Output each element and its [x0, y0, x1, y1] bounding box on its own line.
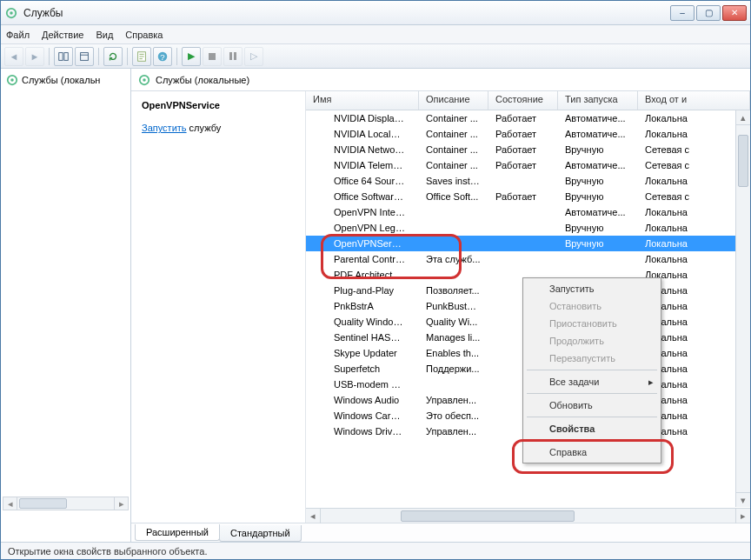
gear-icon: [6, 74, 18, 86]
table-row[interactable]: NVIDIA Display Co...Container ...Работае…: [306, 110, 750, 126]
tab-extended[interactable]: Расширенный: [135, 524, 220, 541]
cell-startup: Автоматиче...: [558, 129, 638, 139]
col-startup[interactable]: Тип запуска: [558, 91, 638, 110]
cell-desc: Manages li...: [419, 332, 488, 343]
ctx-alltasks[interactable]: Все задачи: [525, 373, 659, 390]
menubar: Файл Действие Вид Справка: [1, 25, 750, 44]
help-button[interactable]: ?: [153, 47, 172, 66]
table-row[interactable]: Parental ControlsЭта служб...Локальна: [306, 251, 750, 267]
context-menu: Запустить Остановить Приостановить Продо…: [522, 277, 661, 463]
scroll-left-icon[interactable]: ◂: [3, 497, 17, 510]
detail-pane: OpenVPNService Запустить службу: [131, 91, 305, 523]
cell-name: NVIDIA Telemetry ...: [327, 160, 412, 170]
vscrollbar[interactable]: ▴ ▾: [735, 110, 750, 507]
properties-button[interactable]: [132, 47, 151, 66]
table-row[interactable]: OpenVPN Legacy ...ВручнуюЛокальна: [306, 220, 750, 236]
table-row[interactable]: Office Software Pr...Office Soft...Работ…: [306, 189, 750, 204]
pane-title: Службы (локальные): [156, 75, 249, 85]
ctx-help[interactable]: Справка: [525, 443, 659, 461]
scroll-thumb[interactable]: [19, 498, 67, 509]
column-headers: Имя Описание Состояние Тип запуска Вход …: [306, 91, 750, 110]
ctx-properties[interactable]: Свойства: [525, 420, 659, 437]
statusbar: Открытие окна свойств выбранного объекта…: [1, 542, 750, 559]
start-service-text: Запустить службу: [142, 123, 295, 133]
back-button[interactable]: ◄: [4, 47, 23, 66]
col-desc[interactable]: Описание: [419, 91, 488, 110]
refresh-button[interactable]: [103, 47, 123, 66]
cell-desc: Позволяет...: [419, 285, 488, 296]
left-hscroll[interactable]: ◂ ▸: [3, 497, 129, 510]
hscrollbar[interactable]: ◂ ▸: [306, 508, 750, 523]
cell-name: Windows CardSpa...: [327, 410, 412, 421]
gear-icon: [309, 284, 323, 297]
pane-header: Службы (локальные): [131, 69, 750, 91]
cell-logon: Локальна: [638, 129, 750, 139]
minimize-button[interactable]: –: [670, 5, 695, 21]
table-row[interactable]: Office 64 Source E...Saves insta...Вручн…: [306, 173, 750, 189]
cell-name: Skype Updater: [327, 348, 404, 358]
tree-root[interactable]: Службы (локальн: [3, 72, 129, 88]
ctx-start[interactable]: Запустить: [525, 280, 659, 297]
svg-rect-2: [59, 52, 63, 60]
gear-icon: [309, 175, 323, 187]
gear-icon: [309, 112, 323, 124]
scroll-right-icon[interactable]: ▸: [114, 497, 128, 510]
forward-button[interactable]: ►: [25, 47, 44, 66]
scroll-up-icon[interactable]: ▴: [736, 110, 750, 125]
table-row[interactable]: OpenVPNServiceВручнуюЛокальна: [306, 236, 750, 251]
table-row[interactable]: OpenVPN Interact...Автоматиче...Локальна: [306, 204, 750, 220]
stop-service-button[interactable]: [203, 47, 222, 66]
cell-name: Office Software Pr...: [327, 191, 412, 202]
cell-desc: Container ...: [419, 113, 488, 123]
toolbar: ◄ ► ? ▶ ▷: [1, 44, 750, 69]
vscroll-thumb[interactable]: [738, 135, 748, 187]
cell-desc: PunkBuster...: [419, 301, 488, 311]
status-text: Открытие окна свойств выбранного объекта…: [8, 546, 207, 557]
col-state[interactable]: Состояние: [488, 91, 558, 110]
col-name[interactable]: Имя: [306, 91, 419, 110]
separator: [127, 48, 128, 65]
window-title: Службы: [23, 7, 670, 19]
export-button[interactable]: [75, 47, 94, 66]
ctx-refresh[interactable]: Обновить: [525, 397, 659, 414]
gear-icon: [309, 410, 323, 422]
pause-service-button[interactable]: [223, 47, 243, 66]
menu-help[interactable]: Справка: [125, 30, 163, 40]
svg-text:?: ?: [160, 51, 164, 61]
cell-logon: Сетевая с: [638, 191, 750, 202]
cell-name: Sentinel HASP Lic...: [327, 332, 412, 343]
restart-service-button[interactable]: ▷: [244, 47, 263, 66]
start-link[interactable]: Запустить: [142, 123, 187, 133]
cell-desc: Quality Wi...: [419, 317, 488, 327]
titlebar[interactable]: Службы – ▢ ✕: [1, 1, 750, 25]
cell-startup: Автоматиче...: [558, 160, 638, 170]
maximize-button[interactable]: ▢: [696, 5, 721, 21]
gear-icon: [309, 300, 323, 312]
scroll-left-icon[interactable]: ◂: [306, 509, 321, 523]
show-hide-button[interactable]: [54, 47, 73, 66]
table-row[interactable]: NVIDIA NetworkS...Container ...РаботаетВ…: [306, 142, 750, 157]
menu-file[interactable]: Файл: [6, 30, 30, 40]
gear-icon: [309, 206, 323, 218]
scroll-down-icon[interactable]: ▾: [736, 492, 750, 507]
menu-view[interactable]: Вид: [96, 30, 113, 40]
table-row[interactable]: NVIDIA LocalSyste...Container ...Работае…: [306, 126, 750, 142]
col-logon[interactable]: Вход от и: [638, 91, 750, 110]
scroll-right-icon[interactable]: ▸: [735, 509, 750, 523]
cell-desc: Это обесп...: [419, 410, 488, 421]
cell-desc: Container ...: [419, 160, 488, 170]
gear-icon: [309, 143, 323, 156]
start-service-button[interactable]: ▶: [182, 47, 201, 66]
tab-standard[interactable]: Стандартный: [219, 525, 302, 542]
close-button[interactable]: ✕: [722, 5, 747, 21]
cell-desc: Container ...: [419, 129, 488, 139]
cell-name: Superfetch: [327, 363, 387, 374]
table-row[interactable]: NVIDIA Telemetry ...Container ...Работае…: [306, 157, 750, 173]
cell-startup: Вручную: [558, 223, 638, 233]
cell-name: USB-modem Beeli...: [327, 379, 412, 390]
cell-name: NVIDIA NetworkS...: [327, 144, 412, 155]
separator: [176, 48, 177, 65]
menu-action[interactable]: Действие: [42, 30, 83, 40]
hscroll-thumb[interactable]: [401, 510, 575, 522]
cell-startup: Вручную: [558, 144, 638, 155]
